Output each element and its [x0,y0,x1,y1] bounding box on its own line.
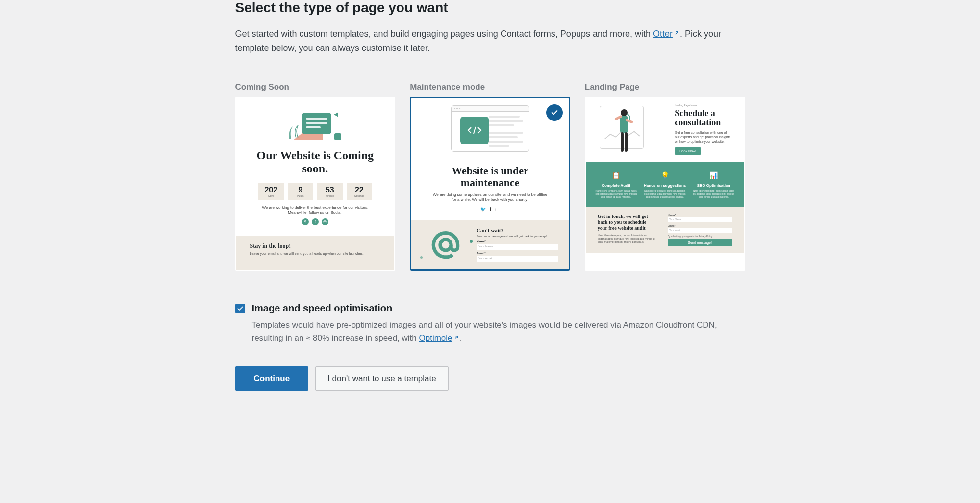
landing-sub: Get a free consultation with one of our … [675,130,732,144]
svg-point-7 [621,109,628,116]
template-card-coming-soon[interactable]: Our Website is Coming soon. 202Days 9Hou… [235,97,396,271]
audit-icon: 📋 [610,169,622,181]
cant-wait-title: Can't wait? [477,227,558,233]
svg-rect-1 [306,118,327,120]
facebook-icon: f [490,207,491,212]
continue-button[interactable]: Continue [235,366,309,391]
action-buttons: Continue I don't want to use a template [235,366,745,391]
optimisation-title: Image and speed optimisation [252,303,742,314]
template-label: Maintenance mode [410,82,570,92]
instagram-icon: ◎ [322,218,328,225]
svg-rect-2 [306,122,327,124]
coming-soon-title: Our Website is Coming soon. [246,149,385,176]
landing-heading: Schedule a consultation [675,109,732,128]
svg-rect-11 [621,132,624,152]
landing-illustration [598,104,665,153]
template-grid: Coming Soon [235,82,745,271]
intro-part1: Get started with custom templates, and b… [235,29,653,39]
send-message-button: Send message! [668,239,732,246]
template-card-landing[interactable]: Landing Page Name Schedule a consultatio… [585,97,745,271]
twitter-icon: ✕ [302,218,309,225]
template-card-maintenance[interactable]: Website is under maintenance We are doin… [410,97,570,271]
countdown: 202Days 9Hours 53Minutes 22Seconds [246,183,385,200]
maintenance-illustration [422,105,558,159]
social-icons: ✕ f ◎ [246,218,385,225]
optimisation-desc: Templates would have pre-optimized image… [252,319,742,345]
twitter-icon: 🐦 [480,207,486,212]
template-coming-soon: Coming Soon [235,82,396,271]
intro-text: Get started with custom templates, and b… [235,26,745,55]
template-label: Coming Soon [235,82,396,92]
seo-icon: 📊 [708,169,720,181]
skip-template-button[interactable]: I don't want to use a template [315,366,449,391]
bulb-icon: 💡 [659,169,671,181]
cant-wait-sub: Send us a message and we will get back t… [477,235,558,238]
at-icon [422,227,469,263]
optimisation-checkbox[interactable] [235,304,245,313]
svg-line-5 [474,127,476,134]
svg-rect-12 [625,132,628,152]
external-link-icon [674,26,680,41]
optimole-link[interactable]: Optimole [419,334,459,343]
template-label: Landing Page [585,82,745,92]
svg-rect-4 [334,133,341,140]
contact-heading: Get in touch, we will get back to you to… [598,214,657,231]
template-maintenance: Maintenance mode [410,82,570,271]
instagram-icon: ▢ [495,207,500,212]
template-landing: Landing Page [585,82,745,271]
coming-soon-text: We are working to deliver the best exper… [246,205,385,216]
selected-check-icon [546,104,563,121]
otter-link[interactable]: Otter [653,29,680,39]
page-title: Select the type of page you want [235,0,745,16]
facebook-icon: f [312,218,319,225]
svg-rect-8 [620,116,628,133]
contact-sub: Nam libero tempore, cum soluta nobis est… [598,234,657,244]
external-link-icon [453,332,459,344]
loop-subtitle: Leave your email and we will send you a … [250,252,381,255]
loop-title: Stay in the loop! [250,242,381,250]
coming-soon-illustration [246,105,385,144]
maintenance-title: Website is under maintenance [422,165,558,189]
svg-rect-3 [306,126,321,128]
optimisation-section: Image and speed optimisation Templates w… [235,303,745,345]
maintenance-sub: We are doing some updates on our site, a… [422,192,558,203]
book-now-button: Book Now! [675,147,701,155]
